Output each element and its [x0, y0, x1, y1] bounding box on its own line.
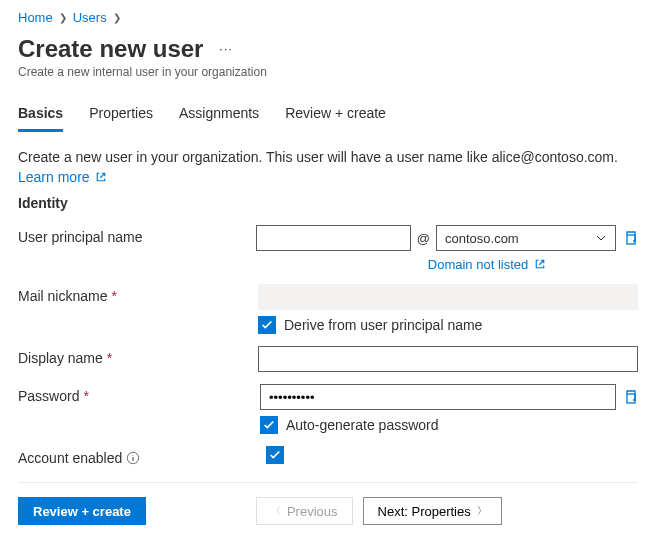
- domain-not-listed-link[interactable]: Domain not listed: [428, 257, 638, 272]
- tab-properties[interactable]: Properties: [89, 99, 153, 132]
- tab-basics[interactable]: Basics: [18, 99, 63, 132]
- display-label: Display name*: [18, 346, 258, 366]
- external-link-icon: [95, 171, 107, 183]
- breadcrumb-users[interactable]: Users: [73, 10, 107, 25]
- row-upn: User principal name @ contoso.com Domain…: [18, 225, 638, 272]
- chevron-left-icon: 〈: [271, 504, 281, 518]
- autogen-label: Auto-generate password: [286, 417, 439, 433]
- row-display: Display name*: [18, 346, 638, 372]
- mail-label: Mail nickname*: [18, 284, 258, 304]
- row-account: Account enabled: [18, 446, 638, 466]
- svg-rect-1: [627, 394, 635, 403]
- footer: Review + create 〈Previous Next: Properti…: [18, 497, 638, 525]
- derive-checkbox[interactable]: [258, 316, 276, 334]
- chevron-down-icon: [595, 232, 607, 244]
- row-mail: Mail nickname* Derive from user principa…: [18, 284, 638, 334]
- display-name-input[interactable]: [258, 346, 638, 372]
- account-label: Account enabled: [18, 446, 266, 466]
- password-label: Password*: [18, 384, 260, 404]
- upn-input[interactable]: [256, 225, 411, 251]
- page-title: Create new user: [18, 35, 203, 63]
- page-description: Create a new user in your organization. …: [18, 147, 638, 187]
- review-create-button[interactable]: Review + create: [18, 497, 146, 525]
- mail-nickname-input: [258, 284, 638, 310]
- separator: [18, 482, 638, 483]
- chevron-right-icon: 〉: [477, 504, 487, 518]
- chevron-right-icon: ❯: [59, 12, 67, 23]
- breadcrumb-home[interactable]: Home: [18, 10, 53, 25]
- row-password: Password* Auto-generate password: [18, 384, 638, 434]
- info-icon[interactable]: [126, 451, 140, 465]
- page-subtitle: Create a new internal user in your organ…: [18, 65, 638, 79]
- more-menu[interactable]: ···: [219, 41, 233, 56]
- copy-icon[interactable]: [622, 230, 638, 246]
- copy-icon[interactable]: [622, 389, 638, 405]
- password-input[interactable]: [260, 384, 616, 410]
- previous-button: 〈Previous: [256, 497, 353, 525]
- next-button[interactable]: Next: Properties〉: [363, 497, 502, 525]
- identity-heading: Identity: [18, 195, 638, 211]
- svg-rect-0: [627, 235, 635, 244]
- upn-label: User principal name: [18, 225, 256, 245]
- breadcrumb: Home ❯ Users ❯: [18, 10, 638, 25]
- account-enabled-checkbox[interactable]: [266, 446, 284, 464]
- derive-label: Derive from user principal name: [284, 317, 482, 333]
- chevron-right-icon: ❯: [113, 12, 121, 23]
- tab-assignments[interactable]: Assignments: [179, 99, 259, 132]
- tabs: Basics Properties Assignments Review + c…: [18, 99, 638, 133]
- external-link-icon: [534, 258, 546, 270]
- tab-review[interactable]: Review + create: [285, 99, 386, 132]
- at-symbol: @: [417, 231, 430, 246]
- domain-select[interactable]: contoso.com: [436, 225, 616, 251]
- autogen-checkbox[interactable]: [260, 416, 278, 434]
- learn-more-link[interactable]: Learn more: [18, 169, 107, 185]
